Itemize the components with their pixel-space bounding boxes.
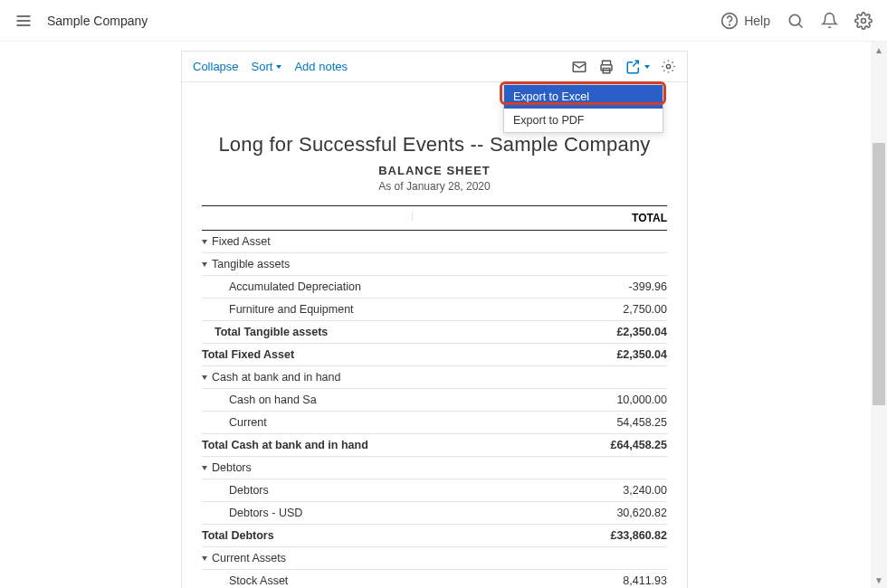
search-icon[interactable] [787,12,805,30]
row-amount: £33,860.82 [567,529,667,542]
row-label[interactable]: Debtors - USD [202,507,567,519]
export-menu: Export to Excel Export to PDF [503,84,663,133]
caret-down-icon[interactable] [202,466,207,470]
row-amount: £2,350.04 [567,326,667,338]
hamburger-icon[interactable] [14,12,33,30]
report-date: As of January 28, 2020 [202,180,667,193]
report-body: Long for Successful Events -- Sample Com… [182,82,687,588]
sort-link[interactable]: Sort [252,60,282,73]
row-amount: 3,240.00 [567,484,667,497]
help-button[interactable]: Help [720,12,770,30]
table-row: Debtors - USD30,620.82 [202,502,667,525]
row-label[interactable]: Total Debtors [202,529,567,542]
svg-point-11 [666,64,670,68]
row-label[interactable]: Accumulated Depreciation [202,280,567,293]
row-amount: -399.96 [567,280,667,293]
report-panel: Collapse Sort Add notes Export to [181,51,688,588]
row-label[interactable]: Furniture and Equipment [202,303,567,316]
row-amount: 2,750.00 [567,303,667,316]
row-amount: £64,458.25 [567,439,667,451]
chevron-down-icon [276,65,281,69]
row-label[interactable]: Cash at bank and in hand [202,371,567,384]
table-row: Current Assets [202,547,667,570]
svg-point-5 [789,14,800,25]
table-row: Total Debtors£33,860.82 [202,525,667,547]
help-icon [720,12,739,30]
row-amount: 30,620.82 [567,507,667,519]
row-amount: £2,350.04 [567,348,667,361]
report-rows: Fixed AssetTangible assetsAccumulated De… [202,231,667,588]
settings-icon[interactable] [661,59,676,74]
table-row: Total Fixed Asset£2,350.04 [202,344,667,366]
caret-down-icon[interactable] [202,375,207,380]
svg-line-6 [799,24,803,27]
row-amount: 8,411.93 [567,574,667,587]
row-label[interactable]: Fixed Asset [202,235,567,248]
row-label[interactable]: Total Fixed Asset [202,348,567,361]
row-label[interactable]: Stock Asset [202,574,567,587]
table-row: Furniture and Equipment2,750.00 [202,299,667,321]
total-header: TOTAL [577,212,667,224]
gear-icon[interactable] [854,12,873,30]
export-pdf-item[interactable]: Export to PDF [504,109,663,132]
table-row: Accumulated Depreciation-399.96 [202,276,667,299]
caret-down-icon[interactable] [202,556,207,561]
row-amount: 10,000.00 [567,394,667,406]
email-icon[interactable] [571,59,587,75]
table-row: Current54,458.25 [202,412,667,434]
sort-label: Sort [252,60,273,73]
row-label[interactable]: Cash on hand Sa [202,394,567,406]
row-label[interactable]: Total Tangible assets [202,326,567,338]
row-label[interactable]: Current [202,416,567,429]
scroll-up-icon[interactable]: ▲ [871,42,887,58]
table-row: Cash on hand Sa10,000.00 [202,389,667,412]
collapse-link[interactable]: Collapse [193,60,239,73]
report-title: Long for Successful Events -- Sample Com… [202,133,667,156]
caret-down-icon[interactable] [202,262,207,267]
top-bar: Sample Company Help [0,0,887,42]
report-subtitle: BALANCE SHEET [202,164,667,177]
svg-point-7 [862,18,866,23]
table-row: Fixed Asset [202,231,667,253]
add-notes-link[interactable]: Add notes [294,60,348,73]
table-row: Total Tangible assets£2,350.04 [202,321,667,344]
company-name: Sample Company [47,14,148,28]
row-amount: 54,458.25 [567,416,667,429]
table-row: Cash at bank and in hand [202,366,667,389]
help-label: Help [744,14,770,28]
scrollbar[interactable]: ▲ ▼ [871,42,887,588]
content-area: Collapse Sort Add notes Export to [0,42,871,588]
table-row: Debtors [202,457,667,479]
report-toolbar: Collapse Sort Add notes [182,52,687,82]
table-row: Tangible assets [202,253,667,276]
export-excel-item[interactable]: Export to Excel [504,85,663,109]
bell-icon[interactable] [821,12,838,29]
row-label[interactable]: Current Assets [202,552,567,564]
print-icon[interactable] [598,59,615,75]
table-row: Total Cash at bank and in hand£64,458.25 [202,434,667,457]
row-label[interactable]: Total Cash at bank and in hand [202,439,567,451]
row-label[interactable]: Debtors [202,461,567,474]
row-label[interactable]: Debtors [202,484,567,497]
scrollbar-thumb[interactable] [873,143,885,405]
table-row: Debtors3,240.00 [202,479,667,502]
caret-down-icon[interactable] [202,240,207,244]
chevron-down-icon [644,65,650,69]
scroll-down-icon[interactable]: ▼ [871,572,887,588]
column-header-row: TOTAL [202,206,667,231]
svg-point-4 [730,24,730,25]
export-icon[interactable] [625,59,650,75]
table-row: Stock Asset8,411.93 [202,570,667,588]
row-label[interactable]: Tangible assets [202,258,567,270]
